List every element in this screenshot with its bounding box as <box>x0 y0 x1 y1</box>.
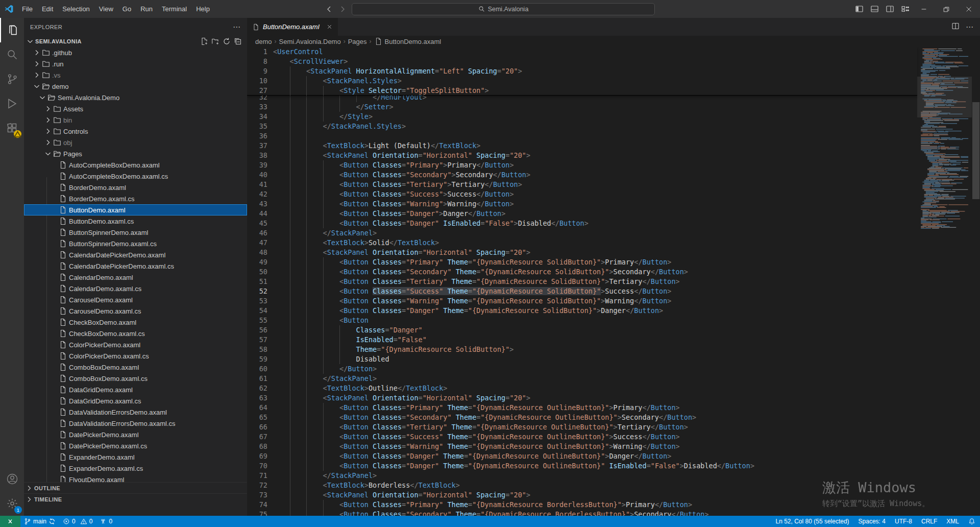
tree-item[interactable]: CalendarDemo.axaml <box>24 272 247 283</box>
tree-item[interactable]: Semi.Avalonia.Demo <box>24 92 247 103</box>
menu-file[interactable]: File <box>17 0 37 18</box>
tree-item[interactable]: CheckBoxDemo.axaml <box>24 317 247 328</box>
tree-item-root[interactable]: SEMI.AVALONIA <box>24 36 247 47</box>
tree-item[interactable]: bin <box>24 114 247 126</box>
breadcrumb-item[interactable]: Pages <box>348 38 367 45</box>
sidebar-section-timeline[interactable]: TIMELINE <box>24 493 247 505</box>
refresh-icon[interactable] <box>223 37 231 45</box>
new-folder-icon[interactable] <box>211 37 219 45</box>
tree-item[interactable]: ComboBoxDemo.axaml.cs <box>24 373 247 384</box>
tree-item[interactable]: BorderDemo.axaml <box>24 182 247 193</box>
explorer-more-actions-icon[interactable]: ⋯ <box>233 22 241 32</box>
code-editor[interactable]: 32 </MenuFlyout>33 </Setter>34 </Style>3… <box>247 47 980 516</box>
tree-item[interactable]: Controls <box>24 126 247 137</box>
vertical-scrollbar[interactable] <box>972 47 980 516</box>
tree-item[interactable]: .run <box>24 58 247 69</box>
menu-view[interactable]: View <box>94 0 118 18</box>
tree-item[interactable]: ColorPickerDemo.axaml.cs <box>24 350 247 362</box>
tree-item[interactable]: Pages <box>24 148 247 159</box>
toggle-sidebar-icon[interactable] <box>851 0 867 18</box>
menu-selection[interactable]: Selection <box>58 0 94 18</box>
menu-help[interactable]: Help <box>191 0 214 18</box>
editor-more-actions-icon[interactable]: ⋯ <box>966 22 974 32</box>
back-arrow-icon[interactable] <box>325 5 333 13</box>
indentation[interactable]: Spaces: 4 <box>854 516 890 527</box>
breadcrumb-item[interactable]: demo <box>255 38 272 45</box>
tree-item[interactable]: ExpanderDemo.axaml <box>24 451 247 463</box>
tree-item[interactable]: DataGridDemo.axaml.cs <box>24 395 247 406</box>
tree-item[interactable]: CalendarDatePickerDemo.axaml <box>24 249 247 260</box>
encoding[interactable]: UTF-8 <box>890 516 917 527</box>
tree-item[interactable]: CalendarDatePickerDemo.axaml.cs <box>24 260 247 272</box>
activitybar-extensions[interactable] <box>0 116 24 140</box>
activitybar-run-debug[interactable] <box>0 91 24 116</box>
scrollbar-thumb[interactable] <box>972 102 979 199</box>
breadcrumb-item[interactable]: ButtonDemo.axaml <box>385 38 442 45</box>
notifications-bell[interactable] <box>964 516 980 527</box>
minimap-viewport[interactable] <box>917 77 972 117</box>
menu-run[interactable]: Run <box>136 0 157 18</box>
sticky-line[interactable]: 27 <Style Selector="ToggleSplitButton"> <box>247 86 917 95</box>
close-button[interactable] <box>958 0 980 18</box>
tree-item[interactable]: CarouselDemo.axaml.cs <box>24 305 247 317</box>
tree-item[interactable]: AutoCompleteBoxDemo.axaml.cs <box>24 171 247 182</box>
cursor-position[interactable]: Ln 52, Col 80 (55 selected) <box>771 516 854 527</box>
tree-item[interactable]: DataValidationErrorsDemo.axaml <box>24 406 247 418</box>
tree-item[interactable]: ColorPickerDemo.axaml <box>24 339 247 350</box>
tree-item[interactable]: FlyoutDemo.axaml <box>24 474 247 482</box>
customize-layout-icon[interactable] <box>897 0 913 18</box>
language-mode[interactable]: XML <box>942 516 964 527</box>
activitybar-account[interactable] <box>0 467 24 491</box>
forward-arrow-icon[interactable] <box>338 5 347 13</box>
menu-edit[interactable]: Edit <box>37 0 58 18</box>
new-file-icon[interactable] <box>200 37 208 45</box>
tree-item[interactable]: obj <box>24 137 247 148</box>
collapse-all-icon[interactable] <box>234 37 242 45</box>
activitybar-settings[interactable]: 1 <box>0 491 24 516</box>
tree-item[interactable]: DatePickerDemo.axaml <box>24 429 247 440</box>
tab-close-icon[interactable] <box>326 23 333 30</box>
tree-item[interactable]: .vs <box>24 69 247 81</box>
tab-buttondemo[interactable]: ButtonDemo.axaml <box>247 18 338 36</box>
restore-button[interactable] <box>935 0 958 18</box>
command-center-search[interactable]: Semi.Avalonia <box>352 3 655 15</box>
minimize-button[interactable] <box>913 0 935 18</box>
split-editor-icon[interactable] <box>951 22 960 32</box>
ports-indicator[interactable]: 0 <box>96 516 116 527</box>
branch-indicator[interactable]: main <box>20 516 59 527</box>
tree-item[interactable]: .github <box>24 47 247 58</box>
menu-go[interactable]: Go <box>118 0 136 18</box>
tree-item[interactable]: demo <box>24 81 247 92</box>
toggle-panel-icon[interactable] <box>867 0 882 18</box>
tree-item[interactable]: AutoCompleteBoxDemo.axaml <box>24 159 247 171</box>
tree-item[interactable]: CalendarDemo.axaml.cs <box>24 283 247 294</box>
tree-item[interactable]: Assets <box>24 103 247 114</box>
sticky-line[interactable]: 1<UserControl <box>247 47 917 57</box>
tree-item[interactable]: ButtonDemo.axaml <box>24 204 247 215</box>
sidebar-section-outline[interactable]: OUTLINE <box>24 482 247 493</box>
eol[interactable]: CRLF <box>917 516 942 527</box>
tree-item[interactable]: DataGridDemo.axaml <box>24 384 247 395</box>
tree-item[interactable]: CarouselDemo.axaml <box>24 294 247 305</box>
tree-item[interactable]: CheckBoxDemo.axaml.cs <box>24 328 247 339</box>
activitybar-files[interactable] <box>0 18 24 42</box>
tree-item[interactable]: BorderDemo.axaml.cs <box>24 193 247 204</box>
toggle-secondary-sidebar-icon[interactable] <box>882 0 897 18</box>
sticky-line[interactable]: 10 <StackPanel.Styles> <box>247 76 917 86</box>
tree-item[interactable]: DatePickerDemo.axaml.cs <box>24 440 247 451</box>
problems-indicator[interactable]: 0 0 <box>59 516 96 527</box>
extensions-warning-badge <box>14 130 21 138</box>
tree-item[interactable]: ButtonSpinnerDemo.axaml <box>24 227 247 238</box>
remote-indicator[interactable] <box>0 516 20 527</box>
sticky-line[interactable]: 9 <StackPanel HorizontalAlignment="Left"… <box>247 66 917 76</box>
activitybar-search[interactable] <box>0 42 24 67</box>
tree-item[interactable]: ExpanderDemo.axaml.cs <box>24 463 247 474</box>
activitybar-source-control[interactable] <box>0 67 24 91</box>
breadcrumb-item[interactable]: Semi.Avalonia.Demo <box>279 38 341 45</box>
tree-item[interactable]: DataValidationErrorsDemo.axaml.cs <box>24 418 247 429</box>
sticky-line[interactable]: 8 <ScrollViewer> <box>247 57 917 66</box>
tree-item[interactable]: ButtonSpinnerDemo.axaml.cs <box>24 238 247 249</box>
tree-item[interactable]: ButtonDemo.axaml.cs <box>24 215 247 227</box>
menu-terminal[interactable]: Terminal <box>157 0 191 18</box>
tree-item[interactable]: ComboBoxDemo.axaml <box>24 362 247 373</box>
